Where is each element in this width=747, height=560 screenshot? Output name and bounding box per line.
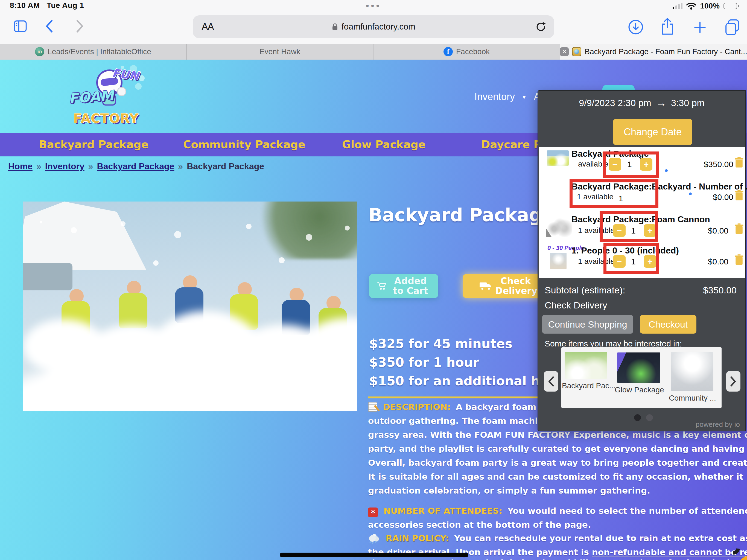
nav-inventory-dropdown[interactable]: Inventory ▼ [474,91,527,103]
facebook-favicon: f [443,47,453,56]
rental-end: 3:30 pm [671,98,705,108]
breadcrumb-inventory[interactable]: Inventory [45,161,84,172]
navbar-backyard-package[interactable]: Backyard Package [39,138,149,151]
tabs-overview-icon[interactable] [724,19,741,35]
battery-percent: 100% [700,2,720,10]
product-image-foam-party [23,202,357,411]
tab-label: Facebook [456,47,490,56]
web-page: FOAM FUN FACTORY Inventory ▼ A Backyard … [0,59,747,560]
breadcrumb: Home » Inventory » Backyard Package » Ba… [8,161,264,172]
subtotal-value: $350.00 [703,285,737,296]
trash-icon[interactable] [735,190,744,201]
check-delivery-link[interactable]: Check Delivery [545,300,607,311]
navbar-community-package[interactable]: Community Package [183,138,305,151]
suggestion-label[interactable]: Community ... [669,394,716,403]
info-dot [665,169,668,172]
tab-facebook[interactable]: f Facebook [374,44,560,59]
suggestion-label[interactable]: Backyard Pac... [562,381,610,390]
tab-leads-events[interactable]: IO Leads/Events | InflatableOffice [0,44,187,59]
yellow-divider [368,397,538,399]
foliage-shape [250,202,357,259]
trash-icon[interactable] [735,223,744,234]
rain-cloud-icon [368,534,380,542]
carousel-dot[interactable] [646,414,653,421]
attendees-heading-line: * NUMBER OF ATTENDEES: You would need to… [368,506,747,517]
cart-item-thumbnail [546,216,572,237]
downloads-icon[interactable] [627,19,644,35]
breadcrumb-separator: » [88,161,93,172]
new-tab-plus-icon[interactable] [692,20,707,35]
trash-icon[interactable] [735,254,744,265]
suggestions-title: Some items you may be interested in: [545,339,682,348]
suggestion-thumbnail-glow[interactable] [617,353,660,383]
tab-label: Event Hawk [259,47,300,56]
rain-text-underlined: non-refundable and cannot be reschedule. [592,547,747,557]
home-indicator[interactable] [280,553,468,557]
tab-bar: IO Leads/Events | InflatableOffice Event… [0,44,747,59]
reload-icon[interactable] [535,21,547,33]
breadcrumb-backyard-package[interactable]: Backyard Package [97,161,175,172]
checkout-button[interactable]: Checkout [640,315,696,334]
ipad-screen: 8:10 AM Tue Aug 1 ••• 100% [0,0,747,560]
check-delivery-label: Check Delivery [495,276,536,296]
info-dot [689,193,692,195]
status-bar: 8:10 AM Tue Aug 1 ••• 100% [0,0,747,10]
site-logo[interactable]: FOAM FUN FACTORY [69,68,129,129]
foam-party-figure [230,282,260,337]
breadcrumb-current: Backyard Package [187,161,264,172]
arrow-right-icon: → [656,97,667,109]
annotation-box-qty-2 [570,179,659,208]
added-to-cart-label: Added to Cart [390,276,431,296]
forward-button-icon[interactable] [73,19,85,33]
inflatableoffice-favicon: IO [35,47,44,56]
change-date-button[interactable]: Change Date [613,119,692,145]
breadcrumb-home[interactable]: Home [8,161,32,172]
mascot-foam-cannon [117,87,126,96]
sidebar-icon[interactable] [12,19,28,33]
chevron-right-icon [730,376,737,387]
share-icon[interactable] [660,18,675,36]
cart-item-price: $0.00 [708,226,728,235]
tab-backyard-package-active[interactable]: × Backyard Package - Foam Fun Factory - … [560,44,747,59]
description-text: party, and the playlist is carefully cur… [368,444,747,454]
annotation-box-qty-3 [600,211,658,242]
navbar-glow-package[interactable]: Glow Package [342,138,426,151]
breadcrumb-separator: » [178,161,183,172]
address-bar[interactable]: AA foamfunfactory.com [193,15,554,38]
annotation-box-qty-4 [603,244,659,274]
description-text: Overall, backyard foam party is a great … [368,458,747,467]
annotation-box-qty-1 [603,152,659,178]
tab-event-hawk[interactable]: Event Hawk [187,44,374,59]
reader-options-button[interactable]: AA [202,21,213,32]
rain-policy-text: the party cannot be rescheduled and woul… [368,558,747,560]
close-tab-icon[interactable]: × [560,47,569,56]
carousel-prev-button[interactable] [544,371,558,391]
tent-shape [23,202,179,270]
continue-shopping-button[interactable]: Continue Shopping [542,315,633,334]
suggestion-label[interactable]: Glow Package [615,385,664,394]
tab-label: Backyard Package - Foam Fun Factory - Ca… [585,47,747,56]
suggestions-carousel: Backyard Pac... Glow Package Community .… [561,347,722,408]
chevron-left-icon [547,376,555,387]
foam-party-figure [318,296,349,351]
description-text: graduation celebration, or simply a fun … [368,486,650,495]
truck-shape [23,263,73,290]
memo-icon [368,402,377,412]
cart-item-thumbnail [547,150,569,166]
back-button-icon[interactable] [44,19,56,33]
foam-party-figure [119,281,149,335]
rental-date-range: 9/9/2023 2:30 pm → 3:30 pm [538,97,745,109]
price-line-2: $350 for 1 hour [369,355,479,370]
lock-icon [332,23,338,31]
rain-policy-label: RAIN POLICY: [386,533,449,543]
carousel-dot-active[interactable] [634,414,641,421]
cart-icon [377,281,387,291]
added-to-cart-button[interactable]: Added to Cart [369,274,438,298]
cart-item-price: $0.00 [713,193,733,202]
attendees-icon: * [368,508,378,517]
carousel-next-button[interactable] [726,371,741,391]
description-label: DESCRIPTION: [383,402,451,412]
trash-icon[interactable] [735,157,744,168]
suggestion-thumbnail-community[interactable] [671,352,713,391]
suggestion-thumbnail-backyard[interactable] [565,352,607,379]
